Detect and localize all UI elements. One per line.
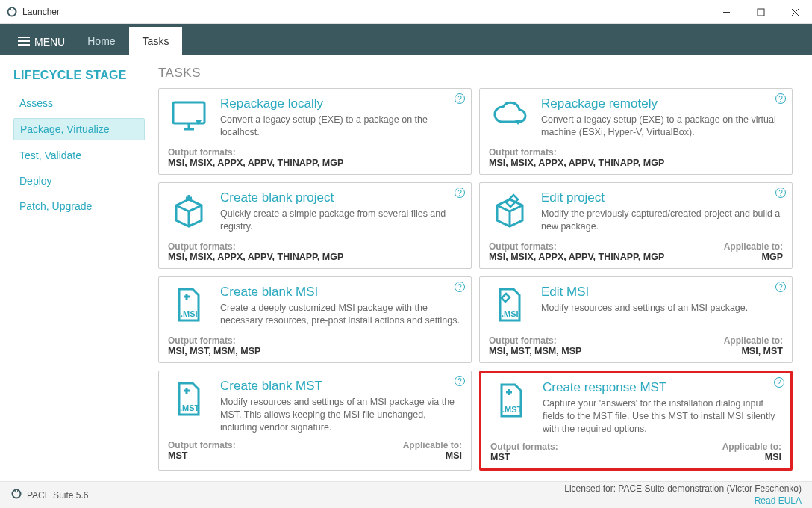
svg-text:.MSI: .MSI [502, 309, 519, 318]
cloud-icon [489, 96, 531, 141]
card-desc: Convert a legacy setup (EXE) to a packag… [541, 114, 783, 139]
applicable-to-label: Applicable to: [403, 440, 462, 450]
applicable-to-label: Applicable to: [724, 241, 783, 252]
window-title: Launcher [22, 7, 60, 17]
card-desc: Modify the previously captured/created p… [541, 208, 783, 233]
sidebar-item-deploy[interactable]: Deploy [13, 170, 145, 191]
tab-tasks[interactable]: Tasks [129, 27, 183, 55]
svg-text:.MST: .MST [180, 403, 200, 412]
card-title: Repackage locally [220, 96, 462, 111]
close-button[interactable] [778, 0, 812, 24]
sidebar-item-assess[interactable]: Assess [13, 93, 145, 114]
applicable-to-value: MSI, MST [724, 346, 783, 356]
applicable-to-label: Applicable to: [722, 442, 781, 452]
output-formats-label: Output formats: [168, 440, 236, 450]
svg-rect-9 [173, 102, 204, 123]
card-create-blank-mst[interactable]: ? .MST Create blank MST Modify resources… [158, 371, 472, 471]
output-formats-label: Output formats: [489, 335, 581, 346]
content: TASKS ? Repackage locally Convert a lega… [154, 55, 812, 481]
card-edit-project[interactable]: ? Edit project Modify the previously cap… [479, 182, 793, 269]
box-plus-icon [168, 190, 210, 235]
file-mst-plus-icon: .MST [490, 380, 532, 436]
product-brand: PACE Suite 5.6 [10, 488, 89, 502]
applicable-to-value: MSI [403, 450, 462, 461]
applicable-to-label: Applicable to: [724, 335, 783, 346]
card-title: Create blank project [220, 190, 462, 205]
svg-line-17 [497, 205, 510, 211]
sidebar-item-test-validate[interactable]: Test, Validate [13, 145, 145, 166]
help-icon[interactable]: ? [455, 282, 465, 292]
monitor-icon [168, 96, 210, 141]
app-icon [10, 488, 22, 502]
card-title: Create blank MST [220, 379, 462, 394]
app-icon [6, 6, 18, 18]
file-mst-plus-icon: .MST [168, 379, 210, 434]
menu-label: MENU [34, 36, 65, 48]
output-formats-value: MSI, MSIX, APPX, APPV, THINAPP, MGP [168, 158, 343, 168]
product-name: PACE Suite 5.6 [27, 490, 89, 501]
svg-point-1 [10, 7, 13, 10]
card-title: Repackage remotely [541, 96, 783, 111]
output-formats-label: Output formats: [489, 147, 664, 158]
tab-home[interactable]: Home [74, 27, 128, 55]
card-desc: Create a deeply customized MSI package w… [220, 302, 462, 327]
help-icon[interactable]: ? [775, 282, 786, 292]
file-msi-edit-icon: .MSI [489, 285, 531, 329]
applicable-to-value: MGP [724, 252, 783, 262]
output-formats-value: MSI, MSIX, APPX, APPV, THINAPP, MGP [489, 158, 664, 168]
card-desc: Modify resources and settings of an MSI … [220, 396, 462, 434]
card-repackage-remotely[interactable]: ? Repackage remotely Convert a legacy se… [479, 88, 793, 175]
output-formats-value: MSI, MSIX, APPX, APPV, THINAPP, MGP [489, 252, 664, 262]
help-icon[interactable]: ? [774, 377, 784, 388]
help-icon[interactable]: ? [455, 93, 465, 104]
card-title: Edit MSI [541, 285, 748, 300]
output-formats-value: MST [168, 450, 236, 461]
card-desc: Quickly create a simple package from sev… [220, 208, 462, 233]
window-controls [709, 0, 812, 24]
output-formats-label: Output formats: [168, 147, 343, 158]
topbar: MENU Home Tasks [0, 24, 812, 55]
help-icon[interactable]: ? [775, 188, 786, 198]
card-desc: Convert a legacy setup (EXE) to a packag… [220, 114, 462, 139]
file-msi-plus-icon: .MSI [168, 285, 210, 329]
output-formats-value: MST [490, 452, 558, 462]
output-formats-value: MSI, MST, MSM, MSP [168, 346, 260, 356]
svg-line-13 [189, 205, 202, 211]
statusbar: PACE Suite 5.6 Licensed for: PACE Suite … [0, 481, 812, 508]
applicable-to-value: MSI [722, 452, 781, 462]
card-create-blank-project[interactable]: ? Create blank project Quickly create a … [158, 182, 472, 269]
help-icon[interactable]: ? [455, 188, 465, 198]
output-formats-label: Output formats: [490, 442, 558, 452]
output-formats-label: Output formats: [489, 241, 664, 252]
card-edit-msi[interactable]: ? .MSI Edit MSI Modify resources and set… [479, 276, 793, 363]
help-icon[interactable]: ? [775, 93, 786, 104]
cards-grid: ? Repackage locally Convert a legacy set… [158, 88, 793, 471]
help-icon[interactable]: ? [455, 376, 465, 386]
output-formats-label: Output formats: [168, 241, 343, 252]
license-text: Licensed for: PACE Suite demonstration (… [564, 483, 802, 495]
content-heading: TASKS [158, 66, 808, 81]
box-edit-icon [489, 190, 531, 235]
card-create-blank-msi[interactable]: ? .MSI Create blank MSI Create a deeply … [158, 276, 472, 363]
maximize-button[interactable] [743, 0, 778, 24]
minimize-button[interactable] [709, 0, 743, 24]
svg-point-31 [15, 489, 18, 492]
card-repackage-locally[interactable]: ? Repackage locally Convert a legacy set… [158, 88, 472, 175]
svg-line-12 [176, 205, 189, 211]
sidebar: LIFECYCLE STAGE Assess Package, Virtuali… [0, 55, 154, 481]
sidebar-item-patch-upgrade[interactable]: Patch, Upgrade [13, 196, 145, 217]
card-desc: Modify resources and settings of an MSI … [541, 302, 748, 315]
output-formats-label: Output formats: [168, 335, 260, 346]
cards-scroll[interactable]: ? Repackage locally Convert a legacy set… [154, 88, 808, 481]
svg-text:.MST: .MST [502, 405, 522, 414]
output-formats-value: MSI, MSIX, APPX, APPV, THINAPP, MGP [168, 252, 343, 262]
card-create-response-mst[interactable]: ? .MST Create response MST Capture your … [479, 371, 793, 471]
sidebar-item-package-virtualize[interactable]: Package, Virtualize [13, 118, 145, 140]
svg-rect-3 [758, 9, 764, 16]
card-title: Create response MST [543, 380, 781, 395]
read-eula-link[interactable]: Read EULA [755, 495, 802, 506]
output-formats-value: MSI, MST, MSM, MSP [489, 346, 581, 356]
menu-button[interactable]: MENU [9, 28, 74, 55]
card-title: Create blank MSI [220, 285, 462, 300]
titlebar: Launcher [0, 0, 812, 24]
